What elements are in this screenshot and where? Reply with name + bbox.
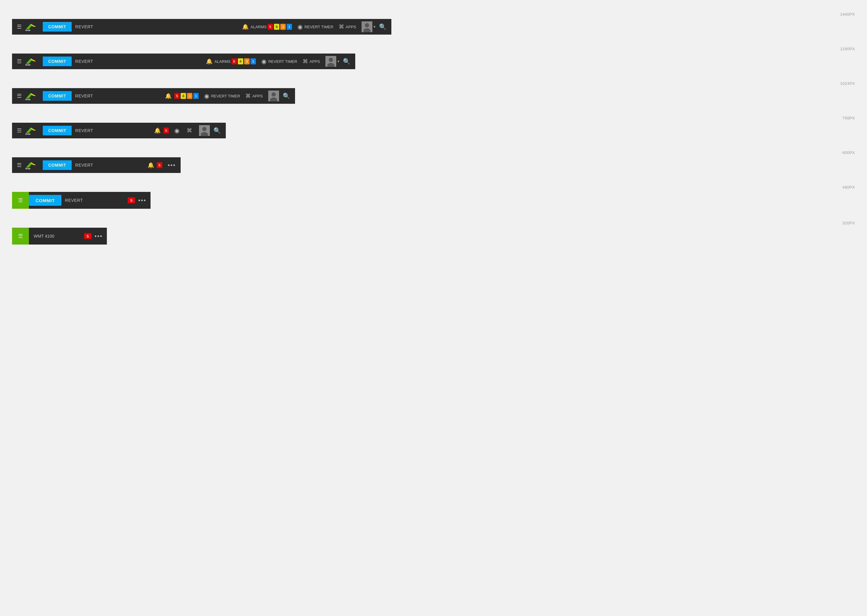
apps-section-1280[interactable]: ⌘ APPS	[303, 58, 320, 64]
navbar-1024: ☰ Aviat COMMIT REVERT 🔔 5 4 3 1 ◉ REVERT…	[12, 88, 295, 104]
revert-button-600[interactable]: REVERT	[75, 163, 93, 168]
alarm-badge-red-1024: 5	[174, 93, 180, 99]
alarm-badge-320: 5	[84, 233, 91, 239]
alarm-badge-blue-1024: 1	[193, 93, 199, 99]
avatar-wrap-768[interactable]	[199, 125, 210, 136]
alarm-badge-480: 5	[128, 197, 135, 203]
grid-icon: ⌘	[339, 24, 344, 30]
more-menu-icon-320[interactable]: •••	[95, 233, 102, 240]
avatar-768	[199, 125, 210, 136]
hamburger-icon-600[interactable]: ☰	[17, 162, 22, 168]
svg-marker-25	[31, 162, 36, 165]
alarms-section-1280: 🔔 ALARMS 5 4 3 1	[206, 58, 256, 64]
alarms-label: ALARMS	[251, 25, 266, 29]
revert-button-1024[interactable]: REVERT	[75, 94, 93, 98]
commit-button[interactable]: COMMIT	[43, 22, 72, 31]
apps-label-1024: APPS	[252, 94, 263, 98]
alarm-badge-yellow: 4	[274, 24, 279, 30]
hamburger-icon-480[interactable]: ☰	[12, 192, 29, 209]
bell-icon-1280: 🔔	[206, 58, 213, 64]
bell-icon-600: 🔔	[148, 162, 154, 168]
clock-icon-768: ◉	[174, 127, 180, 134]
hamburger-icon-1024[interactable]: ☰	[17, 93, 22, 99]
avatar-1024	[268, 91, 279, 101]
aviat-logo-1024: Aviat	[25, 92, 37, 100]
revert-timer-section-768[interactable]: ◉	[174, 127, 181, 134]
hamburger-icon-320[interactable]: ☰	[12, 228, 29, 245]
svg-point-22	[202, 127, 207, 131]
size-label-768: 768PX	[12, 116, 855, 120]
alarms-section-600: 🔔 5	[148, 162, 162, 168]
svg-point-10	[329, 58, 333, 62]
apps-section-1024[interactable]: ⌘ APPS	[245, 93, 263, 99]
revert-timer-section-1280[interactable]: ◉ REVERT TIMER	[261, 58, 297, 65]
revert-timer-section[interactable]: ◉ REVERT TIMER	[298, 23, 333, 30]
commit-button-1024[interactable]: COMMIT	[43, 91, 72, 101]
search-icon[interactable]: 🔍	[379, 23, 386, 30]
commit-button-768[interactable]: COMMIT	[43, 126, 72, 135]
revert-timer-label-1024: REVERT TIMER	[211, 94, 240, 98]
svg-point-4	[365, 23, 369, 27]
search-icon-1024[interactable]: 🔍	[283, 92, 290, 99]
avatar-wrap[interactable]: ▾	[361, 21, 375, 32]
alarm-badge-orange-1024: 3	[187, 93, 192, 99]
alarm-badge-orange: 3	[280, 24, 286, 30]
alarms-section-768: 🔔 5	[154, 127, 169, 134]
hamburger-icon-1280[interactable]: ☰	[17, 59, 22, 64]
revert-button-480[interactable]: REVERT	[65, 198, 83, 203]
bell-icon-768: 🔔	[154, 127, 161, 134]
revert-button-768[interactable]: REVERT	[75, 128, 93, 133]
more-menu-icon-480[interactable]: •••	[138, 197, 146, 204]
revert-button[interactable]: REVERT	[75, 24, 93, 29]
more-menu-icon-600[interactable]: •••	[168, 162, 176, 169]
commit-button-1280[interactable]: COMMIT	[43, 57, 72, 66]
svg-text:Aviat: Aviat	[25, 64, 31, 66]
search-icon-768[interactable]: 🔍	[213, 127, 221, 134]
alarm-badge-red-768: 5	[164, 127, 169, 134]
revert-timer-section-1024[interactable]: ◉ REVERT TIMER	[204, 92, 240, 99]
bell-icon-1024: 🔔	[165, 93, 172, 99]
avatar-1280	[325, 56, 336, 67]
avatar	[361, 21, 372, 32]
commit-button-600[interactable]: COMMIT	[43, 160, 72, 170]
apps-label: APPS	[345, 25, 356, 29]
revert-timer-label-1280: REVERT TIMER	[268, 59, 297, 64]
svg-text:Aviat: Aviat	[25, 98, 31, 100]
svg-text:Aviat: Aviat	[25, 133, 31, 135]
alarm-badge-red: 5	[268, 24, 273, 30]
svg-marker-19	[31, 127, 36, 130]
alarm-badge-red-600: 5	[157, 162, 162, 168]
apps-section[interactable]: ⌘ APPS	[339, 24, 356, 30]
revert-button-1280[interactable]: REVERT	[75, 59, 93, 64]
navbar-768: ☰ Aviat COMMIT REVERT 🔔 5 ◉ ⌘ 🔍	[12, 123, 226, 138]
clock-icon: ◉	[298, 23, 303, 30]
alarms-label-1280: ALARMS	[214, 59, 230, 64]
alarms-section-1024: 🔔 5 4 3 1	[165, 93, 199, 99]
hamburger-icon-768[interactable]: ☰	[17, 128, 22, 133]
dropdown-arrow-icon: ▾	[374, 25, 375, 29]
clock-icon-1280: ◉	[261, 58, 266, 65]
apps-section-768[interactable]: ⌘	[187, 127, 194, 134]
size-label-1024: 1024PX	[12, 81, 855, 86]
navbar-600: ☰ Aviat COMMIT REVERT 🔔 5 •••	[12, 157, 181, 173]
svg-marker-13	[31, 93, 36, 96]
size-label-320: 320PX	[12, 221, 855, 225]
avatar-wrap-1024[interactable]	[268, 91, 279, 101]
svg-marker-7	[31, 58, 36, 61]
commit-button-480[interactable]: COMMIT	[29, 195, 61, 206]
device-name-320: WMT 4100	[29, 234, 83, 239]
dropdown-arrow-icon-1280: ▾	[337, 59, 339, 63]
alarm-badge-yellow-1280: 4	[238, 58, 243, 64]
alarm-badge-yellow-1024: 4	[181, 93, 186, 99]
aviat-logo: Aviat	[25, 22, 37, 31]
avatar-wrap-1280[interactable]: ▾	[325, 56, 339, 67]
svg-marker-1	[31, 24, 36, 27]
search-icon-1280[interactable]: 🔍	[343, 58, 350, 65]
revert-timer-label: REVERT TIMER	[304, 25, 333, 29]
navbar-320: ☰ WMT 4100 5 •••	[12, 228, 107, 245]
svg-text:Aviat: Aviat	[25, 168, 31, 169]
navbar-1280: ☰ Aviat COMMIT REVERT 🔔 ALARMS 5 4 3 1 ◉…	[12, 53, 355, 69]
aviat-logo-1280: Aviat	[25, 57, 37, 66]
hamburger-icon[interactable]: ☰	[17, 24, 22, 30]
size-label-600: 600PX	[12, 150, 855, 155]
